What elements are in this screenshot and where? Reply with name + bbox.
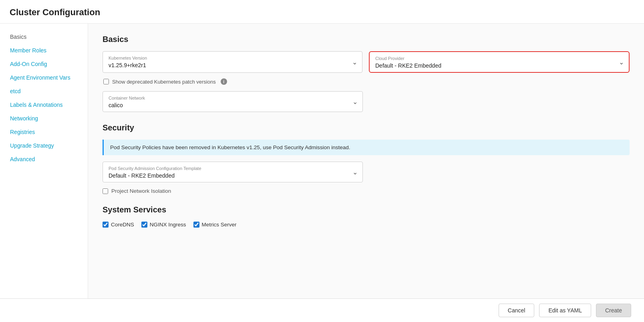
- nginx-ingress-service[interactable]: NGINX Ingress: [141, 222, 186, 228]
- show-deprecated-checkbox[interactable]: [103, 79, 109, 84]
- nginx-ingress-checkbox[interactable]: [141, 222, 147, 228]
- system-services-section: System Services CoreDNS NGINX Ingress Me…: [103, 205, 630, 228]
- info-icon: i: [221, 78, 227, 85]
- container-network-field[interactable]: Container Network calico ⌄: [103, 91, 363, 112]
- sidebar-item-label: Add-On Config: [10, 61, 47, 67]
- basics-top-row: Kubernetes Version v1.25.9+rke2r1 ⌄ Clou…: [103, 51, 630, 73]
- show-deprecated-label: Show deprecated Kubernetes patch version…: [112, 79, 216, 85]
- pod-security-spacer: [369, 162, 630, 182]
- container-network-spacer: [369, 91, 630, 112]
- container-network-value: calico: [109, 102, 123, 108]
- cloud-provider-label: Cloud Provider: [375, 56, 623, 61]
- coredns-checkbox[interactable]: [103, 222, 109, 228]
- sidebar-item-advanced[interactable]: Advanced: [0, 152, 88, 166]
- metrics-server-label: Metrics Server: [202, 222, 237, 228]
- sidebar-item-basics[interactable]: Basics: [0, 30, 88, 44]
- page-title: Cluster Configuration: [0, 0, 644, 24]
- metrics-server-checkbox[interactable]: [193, 222, 199, 228]
- show-deprecated-row: Show deprecated Kubernetes patch version…: [103, 78, 630, 85]
- system-services-title: System Services: [103, 205, 630, 214]
- project-network-isolation-label: Project Network Isolation: [111, 188, 171, 194]
- services-row: CoreDNS NGINX Ingress Metrics Server: [103, 222, 630, 228]
- pod-security-admission-chevron-icon: ⌄: [352, 168, 358, 176]
- sidebar-item-labels-annotations[interactable]: Labels & Annotations: [0, 98, 88, 112]
- basics-section-title: Basics: [103, 35, 630, 44]
- content-area: Basics Kubernetes Version v1.25.9+rke2r1…: [88, 24, 644, 322]
- sidebar-item-label: Networking: [10, 115, 38, 122]
- security-alert-text: Pod Security Policies have been removed …: [110, 144, 350, 150]
- sidebar-item-label: Registries: [10, 129, 35, 135]
- kubernetes-version-chevron-icon: ⌄: [352, 58, 357, 66]
- sidebar-item-label: etcd: [10, 88, 20, 94]
- container-network-row: Container Network calico ⌄: [103, 91, 630, 112]
- cloud-provider-value: Default - RKE2 Embedded: [375, 62, 441, 69]
- sidebar-item-add-on-config[interactable]: Add-On Config: [0, 57, 88, 71]
- coredns-service[interactable]: CoreDNS: [103, 222, 134, 228]
- container-network-chevron-icon: ⌄: [352, 98, 358, 106]
- sidebar-item-etcd[interactable]: etcd: [0, 84, 88, 98]
- kubernetes-version-field[interactable]: Kubernetes Version v1.25.9+rke2r1 ⌄: [103, 51, 362, 73]
- sidebar-item-label: Basics: [10, 34, 26, 40]
- metrics-server-service[interactable]: Metrics Server: [193, 222, 237, 228]
- sidebar-item-networking[interactable]: Networking: [0, 112, 88, 125]
- pod-security-admission-row: Pod Security Admission Configuration Tem…: [103, 162, 630, 182]
- sidebar-item-label: Agent Environment Vars: [10, 74, 70, 81]
- create-button[interactable]: Create: [596, 304, 631, 317]
- footer-bar: Cancel Edit as YAML Create: [0, 298, 644, 322]
- pod-security-admission-value: Default - RKE2 Embedded: [109, 172, 175, 179]
- edit-as-yaml-button[interactable]: Edit as YAML: [539, 304, 591, 317]
- kubernetes-version-label: Kubernetes Version: [109, 56, 356, 60]
- cloud-provider-field[interactable]: Cloud Provider Default - RKE2 Embedded ⌄: [369, 51, 630, 73]
- sidebar-item-agent-environment-vars[interactable]: Agent Environment Vars: [0, 71, 88, 84]
- sidebar: Basics Member Roles Add-On Config Agent …: [0, 24, 88, 322]
- sidebar-item-label: Upgrade Strategy: [10, 142, 54, 149]
- container-network-label: Container Network: [109, 96, 357, 100]
- cancel-button[interactable]: Cancel: [499, 304, 535, 317]
- pod-security-admission-field[interactable]: Pod Security Admission Configuration Tem…: [103, 162, 363, 182]
- project-network-isolation-row: Project Network Isolation: [103, 188, 630, 194]
- basics-section: Basics Kubernetes Version v1.25.9+rke2r1…: [103, 35, 630, 112]
- cloud-provider-chevron-icon: ⌄: [619, 58, 624, 66]
- pod-security-admission-label: Pod Security Admission Configuration Tem…: [109, 166, 357, 171]
- kubernetes-version-value: v1.25.9+rke2r1: [109, 62, 146, 68]
- security-section-title: Security: [103, 123, 630, 132]
- security-alert-banner: Pod Security Policies have been removed …: [103, 140, 630, 155]
- sidebar-item-registries[interactable]: Registries: [0, 125, 88, 139]
- sidebar-item-upgrade-strategy[interactable]: Upgrade Strategy: [0, 139, 88, 152]
- sidebar-item-label: Member Roles: [10, 47, 46, 54]
- sidebar-item-label: Labels & Annotations: [10, 102, 63, 108]
- sidebar-item-member-roles[interactable]: Member Roles: [0, 44, 88, 57]
- project-network-isolation-checkbox[interactable]: [103, 188, 108, 194]
- security-section: Security Pod Security Policies have been…: [103, 123, 630, 194]
- nginx-ingress-label: NGINX Ingress: [150, 222, 186, 228]
- sidebar-item-label: Advanced: [10, 156, 35, 162]
- coredns-label: CoreDNS: [111, 222, 134, 228]
